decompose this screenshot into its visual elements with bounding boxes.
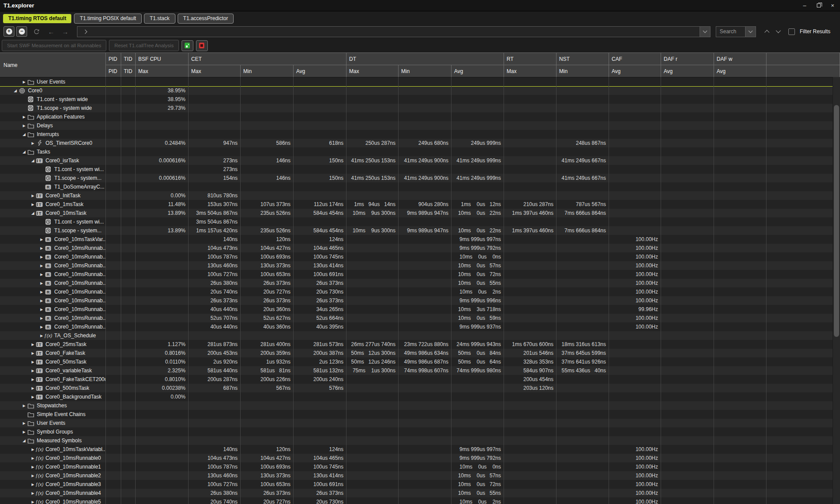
column-header-dt_max[interactable]: Max	[346, 65, 399, 77]
tree-row[interactable]: ▶ R Core0_10msTaskVar... 140ns120ns124ns…	[0, 235, 833, 244]
row-name-cell[interactable]: ▶ ƒ(x) TA_OS_Schedule	[0, 331, 106, 340]
expander-icon[interactable]: ▶	[38, 246, 45, 250]
tree-row[interactable]: ◢ T Core0_isrTask 0.000616%273ns146ns150…	[0, 156, 833, 165]
column-header-daf_r[interactable]: Avg	[661, 65, 714, 77]
forward-button[interactable]: →	[60, 26, 70, 37]
expander-icon[interactable]: ▶	[30, 369, 36, 373]
expander-icon[interactable]: ▶	[38, 316, 45, 320]
row-name-cell[interactable]: ▶ R Core0_10msRunnab...	[0, 296, 106, 305]
row-name-cell[interactable]: ▶ T Core0_500msTask	[0, 384, 106, 392]
expand-all-button[interactable]: +	[4, 26, 14, 37]
row-name-cell[interactable]: ▶ T Core0_FakeTaskCET200us	[0, 375, 106, 384]
row-name-cell[interactable]: ▶ ƒ(x) Core0_10msRunnable2	[0, 471, 106, 480]
tab-t1-stack[interactable]: T1.stack	[144, 14, 175, 24]
scrollbar-thumb[interactable]	[834, 105, 839, 337]
tree-row[interactable]: ▶ R Core0_10msRunnab... 52us 707ns52us 6…	[0, 314, 833, 322]
row-name-cell[interactable]: ▶ T Core0_25msTask	[0, 340, 106, 349]
expander-icon[interactable]: ▶	[30, 141, 36, 145]
expander-icon[interactable]: ▶	[21, 430, 27, 434]
search-input[interactable]: Search	[716, 26, 756, 37]
row-name-cell[interactable]: ▶ ƒ(x) Core0_10msRunnable4	[0, 489, 106, 497]
tree-row[interactable]: T1.cont - system wide 38.95%	[0, 95, 833, 104]
tree-row[interactable]: ▶ T Core0_BackgroundTask 0.00%	[0, 392, 833, 401]
row-name-cell[interactable]: ▶ Symbol Groups	[0, 427, 106, 436]
stop-button[interactable]	[196, 40, 208, 51]
tree-row[interactable]: ▶ T Core0_InitTask 0.00%810us 780ns	[0, 191, 833, 200]
expander-icon[interactable]: ▶	[30, 395, 36, 399]
row-name-cell[interactable]: ▶ R Core0_10msRunnab...	[0, 252, 106, 261]
close-icon[interactable]: ×	[829, 2, 836, 10]
row-name-cell[interactable]: ◢ T Core0_10msTask	[0, 209, 106, 217]
restore-icon[interactable]	[815, 2, 822, 10]
tree-row[interactable]: T1.scope - system... 0.000616%154ns146ns…	[0, 174, 833, 182]
expander-icon[interactable]: ▶	[21, 115, 27, 119]
tree-row[interactable]: Simple Event Chains	[0, 410, 833, 419]
expander-icon[interactable]: ◢	[30, 158, 36, 163]
row-name-cell[interactable]: ▶ R Core0_10msRunnab...	[0, 287, 106, 296]
tree-row[interactable]: R T1_DoSomeArrayC...	[0, 182, 833, 191]
expander-icon[interactable]: ▶	[30, 194, 36, 198]
column-group-tid[interactable]: TID	[121, 53, 136, 65]
row-name-cell[interactable]: ▶ T Core0_1msTask	[0, 200, 106, 209]
reset-calltree-button[interactable]: Reset T1.callTree Analysis	[109, 40, 179, 51]
column-header-rt_max[interactable]: Max	[504, 65, 556, 77]
column-header-tid[interactable]: TID	[121, 65, 136, 77]
row-name-cell[interactable]: ▶ R Core0_10msRunnab...	[0, 305, 106, 314]
tree-row[interactable]: T1.cont - system wi... 3ms 504us 867ns	[0, 217, 833, 226]
expander-icon[interactable]: ▶	[30, 360, 36, 364]
column-header-dt_avg[interactable]: Avg	[452, 65, 504, 77]
tree-row[interactable]: T1.scope - system wide 29.73%	[0, 104, 833, 112]
expander-icon[interactable]: ▶	[38, 264, 45, 268]
row-name-cell[interactable]: ▶ T Core0_50msTask	[0, 357, 106, 366]
row-name-cell[interactable]: ◢ Interrupts	[0, 130, 106, 139]
row-name-cell[interactable]: ▶ T Core0_FakeTask	[0, 349, 106, 357]
expander-icon[interactable]: ▶	[38, 255, 45, 259]
tree-row[interactable]: ▶ T Core0_variableTask 2.325%581us 440ns…	[0, 366, 833, 375]
row-name-cell[interactable]: ▶ ƒ(x) Core0_10msRunnable5	[0, 497, 106, 504]
expander-icon[interactable]: ▶	[38, 299, 45, 303]
back-button[interactable]: ←	[46, 26, 56, 37]
tab-t1-timing-posix-default[interactable]: T1.timing POSIX default	[74, 14, 142, 24]
tree-row[interactable]: ▶ ƒ(x) Core0_10msTaskVariabl... 140ns120…	[0, 445, 833, 454]
column-header-cet_avg[interactable]: Avg	[294, 65, 346, 77]
row-name-cell[interactable]: T1.scope - system...	[0, 174, 106, 182]
row-name-cell[interactable]: ◢ Tasks	[0, 147, 106, 156]
tree-row[interactable]: ▶ T Core0_1msTask 11.48%153us 307ns107us…	[0, 200, 833, 209]
tree-row[interactable]: ▶ Symbol Groups	[0, 427, 833, 436]
row-name-cell[interactable]: ▶ R Core0_10msRunnab...	[0, 322, 106, 331]
expander-icon[interactable]: ▶	[30, 386, 36, 390]
expander-icon[interactable]: ◢	[21, 150, 27, 154]
tab-t1-accesspredictor[interactable]: T1.accessPredictor	[178, 14, 234, 24]
column-group-daf-w[interactable]: DAF w	[714, 53, 766, 65]
expander-icon[interactable]: ▶	[38, 273, 45, 276]
tree-row[interactable]: T1.cont - system wi... 273ns	[0, 165, 833, 174]
row-name-cell[interactable]: ▶ Delays	[0, 121, 106, 130]
row-name-cell[interactable]: ▶ ƒ(x) Core0_10msRunnable1	[0, 462, 106, 471]
column-header-bsf[interactable]: Max	[136, 65, 189, 77]
tree-row[interactable]: ◢ T Core0_10msTask 13.89%3ms 504us 867ns…	[0, 209, 833, 217]
start-swf-measurement-button[interactable]: Start SWF Measurement on all Runnables	[2, 40, 106, 51]
expander-icon[interactable]: ▶	[38, 238, 45, 242]
column-header-cet_max[interactable]: Max	[189, 65, 241, 77]
column-header-name[interactable]: Name	[0, 53, 106, 77]
row-name-cell[interactable]: ▶ T Core0_InitTask	[0, 191, 106, 200]
tree-row[interactable]: ▶ R Core0_10msRunnab... 20us 740ns20us 7…	[0, 287, 833, 296]
row-name-cell[interactable]: T1.scope - system...	[0, 226, 106, 235]
column-group-nst[interactable]: NST	[556, 53, 609, 65]
row-name-cell[interactable]: ▶ Application Features	[0, 112, 106, 121]
path-input[interactable]	[77, 26, 710, 37]
column-header-cet_min[interactable]: Min	[241, 65, 294, 77]
row-name-cell[interactable]: T1.cont - system wi...	[0, 165, 106, 174]
expander-icon[interactable]: ▶	[38, 308, 45, 312]
expander-icon[interactable]: ▶	[30, 351, 36, 355]
vertical-scrollbar[interactable]	[833, 77, 840, 504]
tree-row[interactable]: ▶ ƒ(x) Core0_10msRunnable2 130us 460ns13…	[0, 471, 833, 480]
row-name-cell[interactable]: ▶ T Core0_BackgroundTask	[0, 392, 106, 401]
row-name-cell[interactable]: ▶ R Core0_10msRunnab...	[0, 279, 106, 287]
expander-icon[interactable]: ▶	[30, 203, 36, 206]
column-group-cet[interactable]: CET	[189, 53, 346, 65]
row-name-cell[interactable]: T1.cont - system wi...	[0, 217, 106, 226]
tree-row[interactable]: ▶ ƒ(x) Core0_10msRunnable1 100us 787ns10…	[0, 462, 833, 471]
column-header-pid[interactable]: PID	[106, 65, 121, 77]
tree-row[interactable]: ▶ R Core0_10msRunnab... 40us 440ns20us 3…	[0, 305, 833, 314]
